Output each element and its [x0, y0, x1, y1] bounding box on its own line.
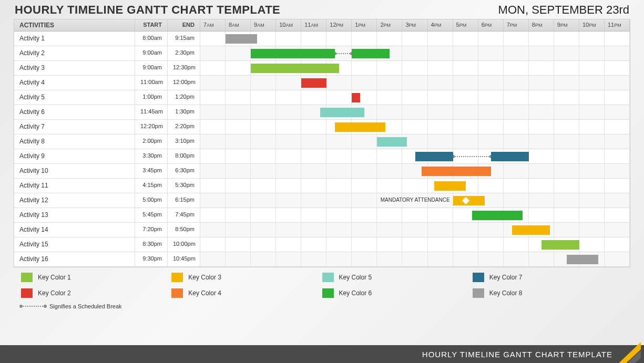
gantt-bar: [415, 152, 453, 161]
activity-name: Activity 6: [14, 105, 135, 119]
chart-body: Activity 18:00am9:15amActivity 29:00am2:…: [14, 32, 630, 267]
time-label: 7PM: [504, 19, 529, 31]
gantt-bar: [567, 255, 598, 264]
time-label: 12PM: [326, 19, 352, 31]
activity-start: 3:30pm: [135, 149, 168, 163]
activity-end: 6:15pm: [168, 193, 200, 208]
activity-start: 7:20pm: [135, 223, 168, 237]
activity-start: 9:30pm: [135, 252, 168, 266]
gantt-bar: [352, 49, 390, 58]
time-label: 9PM: [554, 19, 579, 31]
activity-end: 10:45pm: [168, 252, 200, 266]
break-legend-label: Signifies a Scheduled Break: [49, 303, 122, 309]
chart-header: ACTIVITIESSTARTEND7AM8AM9AM10AM11AM12PM1…: [14, 19, 630, 32]
gantt-lane: [200, 252, 630, 266]
time-label: 4PM: [428, 19, 453, 31]
activity-end: 1:30pm: [168, 105, 200, 119]
time-label: 2PM: [377, 19, 402, 31]
gantt-lane: [200, 164, 630, 178]
legend-item: Key Color 6: [322, 288, 473, 298]
col-end: END: [168, 19, 200, 31]
gantt-bar: [226, 34, 257, 44]
activity-end: 8:50pm: [168, 223, 200, 237]
break-indicator: [453, 156, 491, 157]
table-row: Activity 103:45pm6:30pm: [14, 164, 630, 179]
activity-end: 1:20pm: [168, 90, 200, 105]
time-label: 6PM: [478, 19, 504, 31]
activity-start: 11:00am: [135, 76, 168, 90]
legend-label: Key Color 5: [339, 274, 372, 281]
activity-name: Activity 2: [14, 46, 135, 60]
legend-swatch: [21, 273, 33, 282]
col-start: START: [135, 19, 168, 31]
activity-name: Activity 1: [14, 32, 135, 46]
legend: Key Color 1Key Color 3Key Color 5Key Col…: [0, 267, 644, 312]
gantt-lane: [200, 90, 630, 105]
footer-title: HOURLY TIMELINE GANTT CHART TEMPLATE: [422, 350, 612, 359]
table-row: Activity 147:20pm8:50pm: [14, 223, 630, 237]
activity-end: 10:00pm: [168, 237, 200, 252]
header: HOURLY TIMELINE GANTT CHART TEMPLATE MON…: [0, 0, 644, 19]
page-title: HOURLY TIMELINE GANTT CHART TEMPLATE: [15, 3, 280, 17]
activity-name: Activity 3: [14, 61, 135, 75]
break-indicator: [335, 53, 352, 54]
time-label: 10PM: [579, 19, 605, 31]
gantt-bar: [301, 78, 326, 88]
table-row: Activity 82:00pm3:10pm: [14, 134, 630, 149]
table-row: Activity 158:30pm10:00pm: [14, 237, 630, 252]
activity-start: 9:00am: [135, 61, 168, 75]
activity-name: Activity 9: [14, 149, 135, 163]
activity-end: 12:00pm: [168, 76, 200, 90]
activity-end: 9:15am: [168, 32, 200, 46]
gantt-lane: [200, 237, 630, 252]
gantt-bar: [251, 49, 335, 58]
gantt-bar: [541, 240, 579, 250]
gantt-bar: [512, 225, 550, 235]
activity-name: Activity 14: [14, 223, 135, 237]
table-row: Activity 125:00pm6:15pmMANDATORY ATTENDA…: [14, 193, 630, 208]
legend-item: Key Color 1: [21, 273, 171, 282]
time-label: 7AM: [200, 19, 226, 31]
table-row: Activity 18:00am9:15am: [14, 32, 630, 46]
activity-start: 8:00am: [135, 32, 168, 46]
time-label: 5PM: [453, 19, 478, 31]
activity-end: 5:30pm: [168, 179, 200, 193]
activity-end: 6:30pm: [168, 164, 200, 178]
legend-item: Key Color 7: [473, 273, 623, 282]
gantt-lane: [200, 223, 630, 237]
activity-name: Activity 13: [14, 208, 135, 222]
legend-label: Key Color 2: [38, 289, 71, 297]
break-line-icon: [21, 306, 45, 307]
legend-swatch: [322, 273, 334, 282]
gantt-bar: [335, 122, 385, 132]
break-legend: Signifies a Scheduled Break: [21, 303, 623, 309]
gantt-bar: [472, 211, 523, 220]
activity-start: 4:15pm: [135, 179, 168, 193]
table-row: Activity 114:15pm5:30pm: [14, 179, 630, 193]
table-row: Activity 411:00am12:00pm: [14, 76, 630, 90]
activity-end: 7:45pm: [168, 208, 200, 222]
activity-start: 11:45am: [135, 105, 168, 119]
legend-swatch: [171, 288, 183, 298]
gantt-bar: [251, 64, 339, 73]
legend-label: Key Color 6: [339, 289, 372, 297]
gantt-chart: ACTIVITIESSTARTEND7AM8AM9AM10AM11AM12PM1…: [14, 19, 630, 267]
gantt-lane: [200, 105, 630, 119]
table-row: Activity 712:20pm2:20pm: [14, 120, 630, 134]
time-label: 8PM: [529, 19, 554, 31]
gantt-bar: [422, 167, 491, 176]
activity-start: 12:20pm: [135, 120, 168, 134]
activity-start: 1:00pm: [135, 90, 168, 105]
gantt-bar: [320, 108, 364, 117]
footer-accent-icon: [617, 342, 641, 363]
gantt-lane: [200, 149, 630, 163]
legend-item: Key Color 5: [322, 273, 473, 282]
activity-start: 3:45pm: [135, 164, 168, 178]
activity-start: 2:00pm: [135, 134, 168, 149]
gantt-lane: [200, 120, 630, 134]
legend-label: Key Color 7: [489, 274, 523, 281]
legend-item: Key Color 4: [171, 288, 322, 298]
table-row: Activity 611:45am1:30pm: [14, 105, 630, 120]
gantt-lane: [200, 179, 630, 193]
activity-end: 12:30pm: [168, 61, 200, 75]
